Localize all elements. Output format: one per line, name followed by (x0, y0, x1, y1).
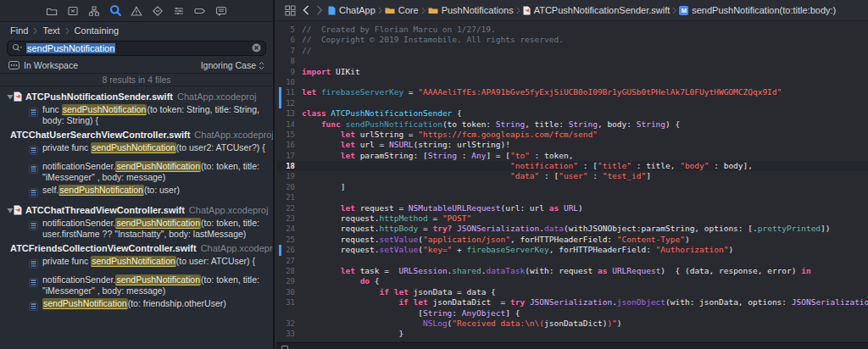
line-number[interactable]: 8 (280, 56, 295, 66)
breakpoint-navigator-icon[interactable] (194, 4, 207, 17)
line-number[interactable]: 33 (280, 329, 295, 339)
code-line[interactable]: 25request.setValue("application/json", f… (276, 235, 868, 245)
search-result-row[interactable]: notificationSender.sendPushNotification(… (0, 274, 273, 296)
debug-navigator-icon[interactable] (173, 4, 186, 17)
find-type-menu[interactable]: Text (42, 25, 59, 36)
code-line[interactable]: 10 (276, 77, 868, 87)
line-number[interactable]: 13 (280, 108, 295, 119)
code-line[interactable]: 21 (276, 192, 868, 202)
result-file-row[interactable]: ATCFriendsCollectionViewController.swift… (0, 241, 273, 254)
line-number[interactable]: 25 (280, 235, 295, 245)
debug-bar[interactable] (276, 342, 868, 349)
search-result-row[interactable]: private func sendPushNotification(to use… (0, 141, 273, 159)
code-line[interactable]: 33} (276, 329, 868, 339)
line-number[interactable]: 22 (280, 203, 295, 213)
find-match-menu[interactable]: Containing (75, 25, 120, 36)
code-line[interactable]: 20] (276, 182, 868, 192)
line-number[interactable]: 29 (280, 276, 295, 286)
test-navigator-icon[interactable] (152, 4, 164, 17)
disclosure-triangle-icon[interactable] (7, 208, 14, 213)
code-line[interactable]: 32NSLog("Received data:\n\(jsonDataDict)… (276, 319, 868, 329)
case-mode-button[interactable]: Ignoring Case (201, 60, 256, 70)
code-line[interactable]: 13class ATCPushNotificationSender { (276, 108, 868, 119)
search-result-row[interactable]: func sendPushNotification(to token: Stri… (0, 103, 273, 126)
code-line[interactable]: 16let url = NSURL(string: urlString)! (276, 140, 868, 150)
line-number[interactable]: 14 (280, 119, 295, 130)
code-line[interactable]: 24request.httpBody = try? JSONSerializat… (276, 224, 868, 234)
code-line[interactable]: 14func sendPushNotification(to token: St… (276, 119, 868, 130)
search-input[interactable]: sendPushNotification (7, 41, 266, 56)
disclosure-triangle-icon[interactable] (7, 94, 14, 100)
code-line[interactable]: 12 (276, 98, 868, 108)
line-number[interactable]: 11 (280, 87, 295, 97)
search-result-row[interactable]: private func sendPushNotification(to use… (0, 255, 273, 273)
result-file-row[interactable]: ATCChatThreadViewController.swiftChatApp… (0, 203, 273, 216)
stepper-icon[interactable] (259, 61, 264, 70)
line-number[interactable]: 21 (280, 192, 295, 202)
breadcrumb-file[interactable]: ATCPushNotificationSender.swift (523, 5, 670, 15)
line-number[interactable]: 23 (280, 213, 295, 224)
code-area[interactable]: 5// Created by Florian Marcu on 1/27/19.… (276, 22, 868, 342)
find-mode-menu[interactable]: Find (10, 25, 28, 36)
code-line[interactable]: 7// (276, 46, 868, 56)
debug-bar-icon[interactable] (281, 346, 288, 349)
code-line[interactable]: 19"data" : ["user" : "test_id"] (276, 171, 868, 181)
code-line[interactable]: 31if let jsonDataDict = try JSONSerializ… (276, 297, 868, 307)
code-line[interactable]: 30if let jsonData = data { (276, 287, 868, 297)
code-line[interactable]: 27 (276, 256, 868, 266)
line-number[interactable]: 19 (280, 171, 295, 181)
line-number[interactable]: 26 (280, 245, 295, 255)
code-line[interactable]: 28let task = URLSession.shared.dataTask(… (276, 266, 868, 276)
line-number[interactable]: 7 (280, 46, 295, 56)
search-icon[interactable] (12, 41, 23, 56)
line-number[interactable]: 17 (280, 151, 295, 161)
forward-button[interactable] (316, 5, 323, 15)
search-result-row[interactable]: self.sendPushNotification(to: user) (0, 184, 273, 202)
project-navigator-icon[interactable] (46, 4, 58, 17)
line-number[interactable]: 24 (280, 224, 295, 234)
related-items-icon[interactable] (285, 5, 296, 16)
search-result-row[interactable]: sendPushNotification(to: friendship.othe… (0, 297, 273, 315)
code-line[interactable]: 18"notification" : ["title" : title, "bo… (276, 161, 868, 171)
scope-location-button[interactable]: In Workspace (24, 60, 78, 70)
line-number[interactable]: 5 (280, 25, 295, 35)
code-line[interactable]: 17let paramString: [String : Any] = ["to… (276, 151, 868, 161)
code-line[interactable]: 5// Created by Florian Marcu on 1/27/19. (276, 25, 868, 35)
symbol-navigator-icon[interactable] (88, 4, 101, 17)
breadcrumb-group-pushnotifications[interactable]: PushNotifications (428, 5, 514, 15)
code-line[interactable]: 6// Copyright © 2019 Instamobile. All ri… (276, 35, 868, 45)
result-file-row[interactable]: ATCPushNotificationSender.swiftChatApp.x… (0, 90, 273, 102)
line-number[interactable]: 12 (280, 98, 295, 108)
line-number[interactable]: 10 (280, 77, 295, 87)
breadcrumb-group-core[interactable]: Core (385, 5, 419, 15)
code-line[interactable]: 23request.httpMethod = "POST" (276, 213, 868, 224)
line-number[interactable]: 30 (280, 287, 295, 297)
code-line[interactable]: 26request.setValue("key=" + firebaseServ… (276, 245, 868, 255)
report-navigator-icon[interactable] (215, 4, 228, 17)
line-number[interactable]: 31 (280, 297, 295, 307)
line-number[interactable]: 6 (280, 35, 295, 45)
line-number[interactable]: 16 (280, 140, 295, 150)
result-file-row[interactable]: ATCChatUserSearchViewController.swiftCha… (0, 128, 273, 141)
code-line[interactable]: 8 (276, 56, 868, 66)
line-number[interactable]: 27 (280, 256, 295, 266)
clear-icon[interactable] (252, 41, 261, 56)
search-result-row[interactable]: notificationSender.sendPushNotification(… (0, 217, 273, 240)
code-line[interactable]: 15let urlString = "https://fcm.googleapi… (276, 130, 868, 140)
line-number[interactable]: 20 (280, 182, 295, 192)
back-button[interactable] (303, 5, 309, 15)
issue-navigator-icon[interactable] (131, 4, 143, 17)
line-number[interactable]: 9 (280, 67, 295, 77)
source-control-navigator-icon[interactable] (67, 4, 80, 17)
code-line[interactable]: 22let request = NSMutableURLRequest(url:… (276, 203, 868, 213)
breadcrumb-method[interactable]: M sendPushNotification(to:title:body:) (679, 5, 836, 15)
line-number[interactable]: 18 (280, 161, 295, 171)
search-result-row[interactable]: notificationSender.sendPushNotification(… (0, 160, 273, 183)
line-number[interactable]: 15 (280, 130, 295, 140)
line-number[interactable]: 32 (280, 319, 295, 329)
find-navigator-icon[interactable] (109, 4, 122, 17)
code-line[interactable]: 29do { (276, 276, 868, 286)
code-line[interactable]: [String: AnyObject] { (276, 308, 868, 319)
code-line[interactable]: 11let firebaseServerKey = "AAAAeliTfEs:A… (276, 87, 868, 97)
code-line[interactable]: 9import UIKit (276, 67, 868, 77)
